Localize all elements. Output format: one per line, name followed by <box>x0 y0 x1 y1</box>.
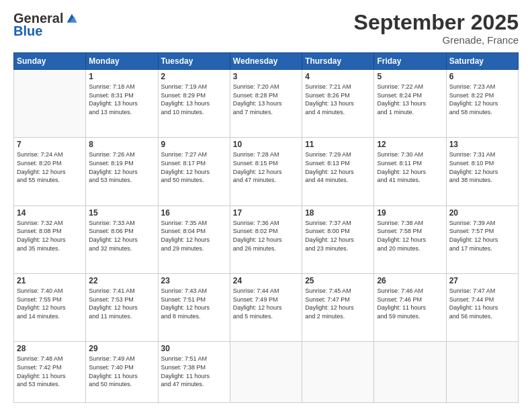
day-info: Sunrise: 7:20 AMSunset: 8:28 PMDaylight:… <box>233 83 299 116</box>
day-info: Sunrise: 7:45 AMSunset: 7:47 PMDaylight:… <box>305 287 371 320</box>
day-info: Sunrise: 7:21 AMSunset: 8:26 PMDaylight:… <box>305 83 371 116</box>
day-number: 17 <box>233 208 299 218</box>
day-number: 16 <box>161 208 227 218</box>
day-number: 20 <box>449 208 515 218</box>
col-thursday: Thursday <box>302 53 374 70</box>
table-row: 6Sunrise: 7:23 AMSunset: 8:22 PMDaylight… <box>446 70 518 138</box>
day-number: 7 <box>17 140 83 149</box>
day-number: 28 <box>17 344 83 353</box>
day-number: 29 <box>89 344 154 353</box>
day-info: Sunrise: 7:28 AMSunset: 8:15 PMDaylight:… <box>233 150 299 184</box>
day-number: 26 <box>377 276 443 285</box>
day-number: 24 <box>233 276 299 285</box>
day-number: 15 <box>89 208 154 218</box>
page: General Blue September 2025 Grenade, Fra… <box>0 0 532 411</box>
col-sunday: Sunday <box>14 53 86 70</box>
day-number: 22 <box>89 276 154 285</box>
location: Grenade, France <box>354 34 519 46</box>
col-monday: Monday <box>86 53 158 70</box>
day-info: Sunrise: 7:48 AMSunset: 7:42 PMDaylight:… <box>17 355 83 388</box>
table-row: 19Sunrise: 7:38 AMSunset: 7:58 PMDayligh… <box>374 205 446 273</box>
table-row <box>230 342 302 403</box>
day-info: Sunrise: 7:38 AMSunset: 7:58 PMDaylight:… <box>377 219 443 253</box>
table-row: 15Sunrise: 7:33 AMSunset: 8:06 PMDayligh… <box>86 205 158 273</box>
day-info: Sunrise: 7:43 AMSunset: 7:51 PMDaylight:… <box>161 287 227 320</box>
table-row: 8Sunrise: 7:26 AMSunset: 8:19 PMDaylight… <box>86 138 158 205</box>
table-row: 9Sunrise: 7:27 AMSunset: 8:17 PMDaylight… <box>158 138 230 205</box>
table-row <box>446 342 518 403</box>
day-number: 30 <box>161 344 227 353</box>
col-friday: Friday <box>374 53 446 70</box>
day-info: Sunrise: 7:44 AMSunset: 7:49 PMDaylight:… <box>233 287 299 320</box>
table-row: 22Sunrise: 7:41 AMSunset: 7:53 PMDayligh… <box>86 274 158 342</box>
title-block: September 2025 Grenade, France <box>354 11 519 46</box>
day-number: 5 <box>377 72 443 81</box>
table-row: 5Sunrise: 7:22 AMSunset: 8:24 PMDaylight… <box>374 70 446 138</box>
day-info: Sunrise: 7:30 AMSunset: 8:11 PMDaylight:… <box>377 150 443 184</box>
day-info: Sunrise: 7:41 AMSunset: 7:53 PMDaylight:… <box>89 287 154 320</box>
logo-blue: Blue <box>13 24 42 39</box>
table-row: 11Sunrise: 7:29 AMSunset: 8:13 PMDayligh… <box>302 138 374 205</box>
table-row <box>14 70 86 138</box>
table-row: 18Sunrise: 7:37 AMSunset: 8:00 PMDayligh… <box>302 205 374 273</box>
table-row: 10Sunrise: 7:28 AMSunset: 8:15 PMDayligh… <box>230 138 302 205</box>
table-row <box>302 342 374 403</box>
day-info: Sunrise: 7:39 AMSunset: 7:57 PMDaylight:… <box>449 219 515 253</box>
day-info: Sunrise: 7:27 AMSunset: 8:17 PMDaylight:… <box>161 150 227 184</box>
day-info: Sunrise: 7:26 AMSunset: 8:19 PMDaylight:… <box>89 150 154 184</box>
day-number: 9 <box>161 140 227 149</box>
table-row: 24Sunrise: 7:44 AMSunset: 7:49 PMDayligh… <box>230 274 302 342</box>
col-saturday: Saturday <box>446 53 518 70</box>
day-info: Sunrise: 7:24 AMSunset: 8:20 PMDaylight:… <box>17 150 83 184</box>
day-info: Sunrise: 7:36 AMSunset: 8:02 PMDaylight:… <box>233 219 299 253</box>
header: General Blue September 2025 Grenade, Fra… <box>13 11 519 46</box>
day-info: Sunrise: 7:35 AMSunset: 8:04 PMDaylight:… <box>161 219 227 253</box>
table-row: 29Sunrise: 7:49 AMSunset: 7:40 PMDayligh… <box>86 342 158 403</box>
table-row: 28Sunrise: 7:48 AMSunset: 7:42 PMDayligh… <box>14 342 86 403</box>
day-info: Sunrise: 7:22 AMSunset: 8:24 PMDaylight:… <box>377 83 443 116</box>
day-info: Sunrise: 7:37 AMSunset: 8:00 PMDaylight:… <box>305 219 371 253</box>
day-info: Sunrise: 7:40 AMSunset: 7:55 PMDaylight:… <box>17 287 83 320</box>
day-number: 4 <box>305 72 371 81</box>
day-number: 3 <box>233 72 299 81</box>
day-info: Sunrise: 7:51 AMSunset: 7:38 PMDaylight:… <box>161 355 227 388</box>
table-row <box>374 342 446 403</box>
day-info: Sunrise: 7:29 AMSunset: 8:13 PMDaylight:… <box>305 150 371 184</box>
day-number: 2 <box>161 72 227 81</box>
table-row: 27Sunrise: 7:47 AMSunset: 7:44 PMDayligh… <box>446 274 518 342</box>
calendar-table: Sunday Monday Tuesday Wednesday Thursday… <box>13 52 519 403</box>
day-number: 10 <box>233 140 299 149</box>
day-number: 14 <box>17 208 83 218</box>
day-number: 6 <box>449 72 515 81</box>
table-row: 30Sunrise: 7:51 AMSunset: 7:38 PMDayligh… <box>158 342 230 403</box>
day-number: 25 <box>305 276 371 285</box>
col-tuesday: Tuesday <box>158 53 230 70</box>
day-number: 11 <box>305 140 371 149</box>
day-number: 13 <box>449 140 515 149</box>
table-row: 13Sunrise: 7:31 AMSunset: 8:10 PMDayligh… <box>446 138 518 205</box>
day-info: Sunrise: 7:19 AMSunset: 8:29 PMDaylight:… <box>161 83 227 116</box>
day-info: Sunrise: 7:49 AMSunset: 7:40 PMDaylight:… <box>89 355 154 388</box>
day-number: 23 <box>161 276 227 285</box>
day-number: 1 <box>89 72 154 81</box>
day-number: 21 <box>17 276 83 285</box>
table-row: 21Sunrise: 7:40 AMSunset: 7:55 PMDayligh… <box>14 274 86 342</box>
table-row: 7Sunrise: 7:24 AMSunset: 8:20 PMDaylight… <box>14 138 86 205</box>
logo: General Blue <box>13 11 79 39</box>
day-number: 18 <box>305 208 371 218</box>
table-row: 12Sunrise: 7:30 AMSunset: 8:11 PMDayligh… <box>374 138 446 205</box>
day-info: Sunrise: 7:23 AMSunset: 8:22 PMDaylight:… <box>449 83 515 116</box>
table-row: 3Sunrise: 7:20 AMSunset: 8:28 PMDaylight… <box>230 70 302 138</box>
logo-icon <box>64 11 79 26</box>
table-row: 25Sunrise: 7:45 AMSunset: 7:47 PMDayligh… <box>302 274 374 342</box>
day-info: Sunrise: 7:31 AMSunset: 8:10 PMDaylight:… <box>449 150 515 184</box>
table-row: 17Sunrise: 7:36 AMSunset: 8:02 PMDayligh… <box>230 205 302 273</box>
day-number: 27 <box>449 276 515 285</box>
day-info: Sunrise: 7:18 AMSunset: 8:31 PMDaylight:… <box>89 83 154 116</box>
day-number: 12 <box>377 140 443 149</box>
day-info: Sunrise: 7:46 AMSunset: 7:46 PMDaylight:… <box>377 287 443 320</box>
table-row: 16Sunrise: 7:35 AMSunset: 8:04 PMDayligh… <box>158 205 230 273</box>
day-number: 8 <box>89 140 154 149</box>
col-wednesday: Wednesday <box>230 53 302 70</box>
table-row: 26Sunrise: 7:46 AMSunset: 7:46 PMDayligh… <box>374 274 446 342</box>
